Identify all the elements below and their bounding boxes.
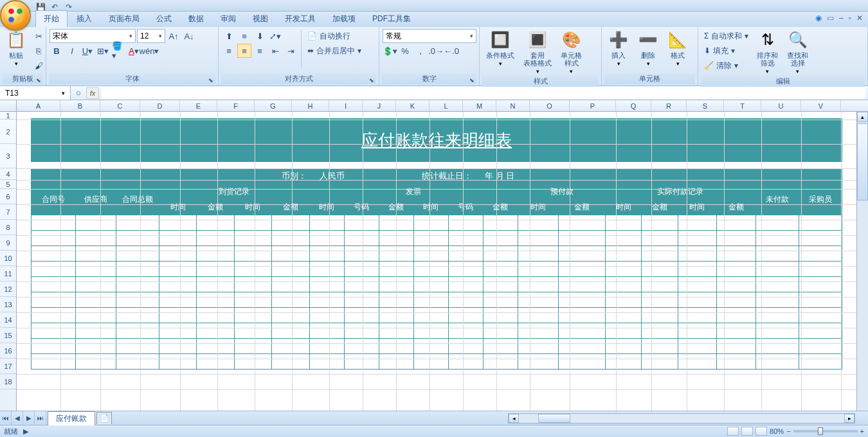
col-header[interactable]: C [100,100,140,111]
clear-button[interactable]: 🧹 清除 ▾ [701,58,751,73]
restore-icon[interactable]: – [839,13,844,22]
name-box[interactable]: T13▾ [0,86,71,100]
spreadsheet-grid[interactable]: 应付账款往来明细表 币别： 人民币 统计截止日： 年 月 日 合同号 供应商 合… [17,112,868,411]
table-row[interactable] [32,231,842,246]
tab-formulas[interactable]: 公式 [149,11,179,27]
table-row[interactable] [32,339,842,354]
col-header[interactable]: N [496,100,530,111]
table-row[interactable] [32,308,842,323]
indent-inc-button[interactable]: ⇥ [284,44,298,58]
autosum-button[interactable]: Σ 自动求和 ▾ [701,29,751,43]
hscroll-thumb[interactable] [538,414,570,423]
dec-decimal-button[interactable]: ←.0 [444,44,458,58]
row-header[interactable]: 3 [0,144,16,168]
paste-button[interactable]: 📋 粘贴 ▾ [3,28,30,68]
col-header[interactable]: A [17,100,60,111]
orientation-button[interactable]: ⤢▾ [268,29,282,43]
wrap-text-button[interactable]: 📄 自动换行 [305,29,364,43]
scroll-up-icon[interactable]: ▴ [857,112,868,122]
shrink-font-button[interactable]: A↓ [182,29,196,43]
row-header[interactable]: 7 [0,204,16,220]
tab-pdf[interactable]: PDF工具集 [365,11,419,27]
table-row[interactable] [32,323,842,339]
vertical-scrollbar[interactable]: ▴ [856,112,868,411]
col-header[interactable]: K [396,100,429,111]
format-cells-button[interactable]: 📐格式▾ [664,28,692,68]
tab-dev[interactable]: 开发工具 [277,11,323,27]
find-select-button[interactable]: 🔍查找和 选择▾ [783,28,812,76]
row-header[interactable]: 13 [0,297,16,312]
minimize-ribbon-icon[interactable]: ▭ [827,13,834,22]
zoom-slider[interactable] [793,430,858,433]
col-header[interactable]: T [724,100,761,111]
view-normal-button[interactable] [727,427,739,436]
col-header[interactable]: I [329,100,363,111]
tab-addins[interactable]: 加载项 [325,11,363,27]
copy-button[interactable]: ⎘ [32,44,46,58]
col-header[interactable]: J [363,100,396,111]
table-row[interactable] [32,277,842,292]
col-header[interactable]: D [140,100,180,111]
bold-button[interactable]: B [50,44,64,58]
close-icon[interactable]: ▫ [849,13,851,22]
row-header[interactable]: 17 [0,359,16,374]
cut-button[interactable]: ✂ [32,29,46,43]
view-layout-button[interactable] [741,427,753,436]
row-header[interactable]: 15 [0,328,16,343]
table-row[interactable] [32,262,842,277]
fx-button[interactable]: fx [86,87,99,99]
x-icon[interactable]: ✕ [856,13,863,22]
row-header[interactable]: 16 [0,343,16,359]
row-header[interactable]: 5 [0,180,16,189]
col-header[interactable]: O [530,100,570,111]
font-size-combo[interactable]: 12▾ [137,29,165,43]
row-header[interactable]: 9 [0,235,16,251]
row-header[interactable]: 12 [0,281,16,297]
office-button[interactable] [0,0,31,31]
col-header[interactable]: Q [616,100,651,111]
underline-button[interactable]: U▾ [80,44,95,58]
tab-data[interactable]: 数据 [181,11,212,27]
col-header[interactable]: L [429,100,463,111]
col-header[interactable]: G [255,100,292,111]
col-header[interactable]: R [651,100,687,111]
sheet-tab[interactable]: 应付账款 [48,411,95,425]
table-row[interactable] [32,292,842,308]
prev-sheet-button[interactable]: ◀ [12,411,23,425]
row-header[interactable]: 14 [0,312,16,328]
cond-format-button[interactable]: 🔲条件格式▾ [482,28,518,68]
insert-cells-button[interactable]: ➕插入▾ [604,28,633,68]
col-header[interactable]: S [687,100,724,111]
table-format-button[interactable]: 🔳套用 表格格式▾ [520,28,556,76]
col-header[interactable]: F [217,100,255,111]
accounting-button[interactable]: 💲▾ [383,44,397,58]
horizontal-scrollbar[interactable]: ◂ ▸ [508,413,855,424]
clipboard-launcher-icon[interactable]: ⬊ [35,77,42,84]
number-launcher-icon[interactable]: ⬊ [469,77,475,84]
align-center-button[interactable]: ≡ [237,44,251,58]
scroll-right-icon[interactable]: ▸ [844,414,854,423]
row-header[interactable]: 4 [0,168,16,180]
col-header[interactable]: P [570,100,616,111]
indent-dec-button[interactable]: ⇤ [268,44,282,58]
col-header[interactable]: H [292,100,329,111]
tab-review[interactable]: 审阅 [213,11,244,27]
fill-button[interactable]: ⬇ 填充 ▾ [701,44,751,58]
phonetic-button[interactable]: wén▾ [142,44,156,58]
select-all-corner[interactable] [0,100,17,111]
view-break-button[interactable] [755,427,767,436]
new-sheet-button[interactable]: 📄 [96,412,112,424]
col-header[interactable]: M [463,100,496,111]
percent-button[interactable]: % [398,44,412,58]
macro-icon[interactable]: ▶ [23,427,28,436]
zoom-out-button[interactable]: − [786,427,790,435]
tab-insert[interactable]: 插入 [69,11,100,27]
inc-decimal-button[interactable]: .0→ [429,44,443,58]
row-header[interactable]: 1 [0,112,16,120]
grow-font-button[interactable]: A↑ [167,29,181,43]
row-header[interactable]: 11 [0,266,16,281]
table-row[interactable] [32,246,842,262]
col-header[interactable]: B [60,100,100,111]
delete-cells-button[interactable]: ➖删除▾ [634,28,662,68]
cancel-formula-icon[interactable]: ○ [73,88,84,98]
